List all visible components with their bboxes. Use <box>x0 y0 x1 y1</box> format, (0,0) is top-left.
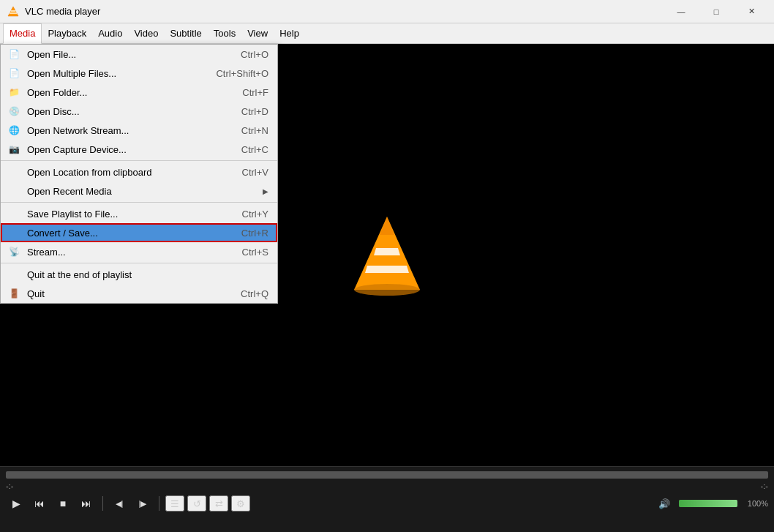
svg-rect-1 <box>10 12 17 14</box>
dropdown-icon-open-disc: 💿 <box>7 104 21 119</box>
dropdown-item-open-capture[interactable]: 📷Open Capture Device...Ctrl+C <box>1 140 277 159</box>
maximize-button[interactable]: □ <box>699 0 733 23</box>
dropdown-shortcut-open-file: Ctrl+O <box>241 49 268 60</box>
dropdown-shortcut-open-location: Ctrl+V <box>242 167 268 178</box>
dropdown-icon-open-capture: 📷 <box>7 142 21 157</box>
prev-button[interactable]: ⏮ <box>29 493 50 514</box>
dropdown-item-open-multiple[interactable]: 📄Open Multiple Files...Ctrl+Shift+O <box>1 64 277 83</box>
dropdown-item-stream[interactable]: 📡Stream...Ctrl+S <box>1 242 277 261</box>
menu-item-playback[interactable]: Playback <box>42 23 92 44</box>
dropdown-icon-open-network: 🌐 <box>7 123 21 138</box>
dropdown-separator-separator2 <box>1 202 277 203</box>
seek-bar[interactable] <box>6 471 768 479</box>
dropdown-shortcut-open-capture: Ctrl+C <box>241 144 268 155</box>
volume-label: 100% <box>742 499 768 508</box>
vlc-cone-icon <box>350 213 424 297</box>
dropdown-label-quit-end: Quit at the end of playlist <box>27 269 268 280</box>
menu-bar: MediaPlaybackAudioVideoSubtitleToolsView… <box>0 23 774 44</box>
close-button[interactable]: ✕ <box>734 0 768 23</box>
stop-button[interactable]: ■ <box>53 493 73 514</box>
dropdown-item-save-playlist[interactable]: Save Playlist to File...Ctrl+Y <box>1 204 277 223</box>
playlist-button[interactable]: ☰ <box>165 495 184 512</box>
dropdown-shortcut-open-folder: Ctrl+F <box>242 87 268 98</box>
dropdown-label-stream: Stream... <box>27 247 228 258</box>
dropdown-shortcut-quit: Ctrl+Q <box>241 288 268 299</box>
dropdown-label-convert-save: Convert / Save... <box>27 228 227 239</box>
svg-rect-2 <box>11 10 16 12</box>
dropdown-label-open-disc: Open Disc... <box>27 106 227 117</box>
dropdown-label-open-multiple: Open Multiple Files... <box>27 68 201 79</box>
dropdown-label-open-network: Open Network Stream... <box>27 125 227 136</box>
window-controls: — □ ✕ <box>664 0 768 23</box>
dropdown-shortcut-convert-save: Ctrl+R <box>241 228 268 239</box>
dropdown-icon-open-folder: 📁 <box>7 85 21 100</box>
loop-button[interactable]: ↺ <box>187 495 206 512</box>
seek-start-label: -:- <box>6 482 13 490</box>
dropdown-arrow-open-recent: ▶ <box>263 187 268 195</box>
dropdown-shortcut-stream: Ctrl+S <box>242 247 268 258</box>
seek-end-label: -:- <box>761 482 768 490</box>
menu-item-help[interactable]: Help <box>274 23 305 44</box>
bottom-controls: -:- -:- ▶ ⏮ ■ ⏭ ◀| |▶ ☰ ↺ ⇄ ⚙ 🔊 100% <box>0 466 774 532</box>
dropdown-separator-separator1 <box>1 160 277 161</box>
minimize-button[interactable]: — <box>664 0 698 23</box>
dropdown-label-quit: Quit <box>27 288 226 299</box>
dropdown-shortcut-open-network: Ctrl+N <box>241 125 268 136</box>
app-icon <box>6 4 20 19</box>
volume-area: 🔊 100% <box>654 493 768 514</box>
dropdown-item-open-network[interactable]: 🌐Open Network Stream...Ctrl+N <box>1 121 277 140</box>
dropdown-label-open-folder: Open Folder... <box>27 87 228 98</box>
separator-2 <box>159 496 159 511</box>
volume-bar[interactable] <box>679 500 737 507</box>
media-dropdown: 📄Open File...Ctrl+O📄Open Multiple Files.… <box>0 44 278 304</box>
menu-item-view[interactable]: View <box>241 23 274 44</box>
volume-fill <box>679 500 737 507</box>
seek-labels: -:- -:- <box>0 482 774 490</box>
dropdown-item-quit-end[interactable]: Quit at the end of playlist <box>1 265 277 284</box>
next-button[interactable]: ⏭ <box>76 493 97 514</box>
frame-prev-button[interactable]: ◀| <box>109 493 129 514</box>
dropdown-icon-quit: 🚪 <box>7 286 21 301</box>
dropdown-separator-separator3 <box>1 263 277 263</box>
dropdown-shortcut-open-multiple: Ctrl+Shift+O <box>216 68 268 79</box>
menu-item-media[interactable]: Media <box>3 23 42 44</box>
title-bar: VLC media player — □ ✕ <box>0 0 774 23</box>
play-button[interactable]: ▶ <box>6 493 26 514</box>
volume-icon[interactable]: 🔊 <box>654 493 675 514</box>
dropdown-icon-open-multiple: 📄 <box>7 66 21 80</box>
frame-next-button[interactable]: |▶ <box>132 493 153 514</box>
dropdown-shortcut-save-playlist: Ctrl+Y <box>242 209 268 220</box>
random-button[interactable]: ⇄ <box>209 495 228 512</box>
menu-item-video[interactable]: Video <box>128 23 164 44</box>
dropdown-label-open-location: Open Location from clipboard <box>27 167 228 178</box>
dropdown-label-open-capture: Open Capture Device... <box>27 144 227 155</box>
window-title: VLC media player <box>25 6 664 17</box>
dropdown-item-open-disc[interactable]: 💿Open Disc...Ctrl+D <box>1 102 277 121</box>
dropdown-shortcut-open-disc: Ctrl+D <box>241 106 268 117</box>
svg-marker-5 <box>374 248 400 255</box>
dropdown-item-open-folder[interactable]: 📁Open Folder...Ctrl+F <box>1 83 277 102</box>
dropdown-item-open-recent[interactable]: Open Recent Media▶ <box>1 181 277 201</box>
separator-1 <box>102 496 103 511</box>
dropdown-item-convert-save[interactable]: Convert / Save...Ctrl+R <box>1 223 277 242</box>
dropdown-icon-open-file: 📄 <box>7 47 21 61</box>
dropdown-item-open-file[interactable]: 📄Open File...Ctrl+O <box>1 45 277 64</box>
transport-bar: ▶ ⏮ ■ ⏭ ◀| |▶ ☰ ↺ ⇄ ⚙ 🔊 100% <box>0 490 774 517</box>
dropdown-item-open-location[interactable]: Open Location from clipboardCtrl+V <box>1 162 277 181</box>
dropdown-label-open-file: Open File... <box>27 49 226 60</box>
extended-button[interactable]: ⚙ <box>231 495 250 512</box>
menu-item-tools[interactable]: Tools <box>208 23 241 44</box>
dropdown-label-open-recent: Open Recent Media <box>27 186 263 197</box>
dropdown-item-quit[interactable]: 🚪QuitCtrl+Q <box>1 284 277 303</box>
dropdown-icon-stream: 📡 <box>7 244 21 259</box>
menu-item-subtitle[interactable]: Subtitle <box>164 23 207 44</box>
svg-marker-4 <box>365 266 409 273</box>
svg-point-7 <box>354 284 420 296</box>
svg-marker-6 <box>380 217 394 235</box>
dropdown-label-save-playlist: Save Playlist to File... <box>27 209 228 220</box>
menu-item-audio[interactable]: Audio <box>92 23 128 44</box>
